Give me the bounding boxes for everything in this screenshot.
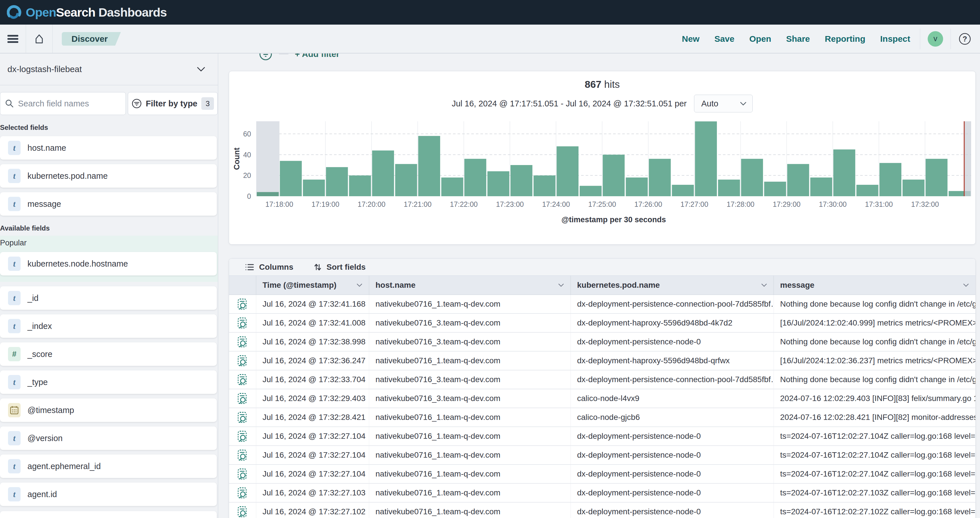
expand-row-button[interactable] bbox=[229, 465, 256, 483]
column-title: message bbox=[780, 281, 815, 290]
cell-time: Jul 16, 2024 @ 17:32:27.104 bbox=[256, 446, 369, 464]
expand-row-button[interactable] bbox=[229, 427, 256, 445]
expand-row-button[interactable] bbox=[229, 295, 256, 313]
documents-table: Time (@timestamp)host.namekubernetes.pod… bbox=[229, 276, 975, 518]
tab-discover[interactable]: Discover bbox=[62, 32, 121, 46]
field-name: agent.id bbox=[27, 490, 57, 499]
svg-text:17:30:00: 17:30:00 bbox=[819, 200, 846, 208]
cell-pod: calico-node-gjcb6 bbox=[571, 408, 774, 427]
cell-message: ts=2024-07-16T12:02:27.104Z caller=log.g… bbox=[774, 427, 975, 445]
expand-document-icon[interactable] bbox=[237, 298, 248, 310]
histogram[interactable]: 0204060Count17:18:0017:19:0017:20:0017:2… bbox=[232, 118, 972, 232]
table-row: Jul 16, 2024 @ 17:32:33.704nativekube071… bbox=[229, 370, 975, 389]
field-item-message[interactable]: tmessage bbox=[0, 192, 217, 216]
home-icon[interactable] bbox=[32, 32, 46, 46]
nav-inspect[interactable]: Inspect bbox=[880, 34, 910, 44]
cell-host: nativekube0716_3.team-q-dev.com bbox=[369, 389, 571, 408]
filter-by-type-button[interactable]: Filter by type 3 bbox=[128, 92, 218, 115]
nav-open[interactable]: Open bbox=[749, 34, 771, 44]
expand-row-button[interactable] bbox=[229, 408, 256, 427]
field-name: host.name bbox=[27, 143, 66, 153]
cell-time: Jul 16, 2024 @ 17:32:27.104 bbox=[256, 427, 369, 445]
selected-fields-list: thost.nametkubernetes.pod.nametmessage bbox=[0, 136, 218, 216]
field-card-clipped[interactable] bbox=[0, 511, 217, 518]
nav-save[interactable]: Save bbox=[714, 34, 734, 44]
top-nav: NewSaveOpenShareReportingInspect bbox=[682, 34, 920, 44]
app-title: OpenSearch Dashboards bbox=[26, 5, 167, 19]
cell-time: Jul 16, 2024 @ 17:32:27.102 bbox=[256, 502, 369, 518]
cell-message: Nothing done because log config didn't c… bbox=[774, 295, 975, 313]
interval-select[interactable]: Auto bbox=[694, 95, 752, 112]
expand-document-icon[interactable] bbox=[237, 430, 248, 442]
table-row: Jul 16, 2024 @ 17:32:27.104nativekube071… bbox=[229, 465, 975, 484]
string-field-icon: t bbox=[8, 375, 21, 389]
chevron-down-icon[interactable] bbox=[356, 283, 363, 287]
expand-document-icon[interactable] bbox=[237, 373, 248, 386]
time-range-label: Jul 16, 2024 @ 17:17:51.051 - Jul 16, 20… bbox=[452, 99, 687, 108]
expand-document-icon[interactable] bbox=[237, 336, 248, 348]
svg-text:17:18:00: 17:18:00 bbox=[266, 200, 293, 208]
field-item-kubernetes.node.hostname[interactable]: tkubernetes.node.hostname bbox=[0, 252, 217, 276]
chevron-down-icon[interactable] bbox=[761, 283, 767, 287]
expand-row-button[interactable] bbox=[229, 484, 256, 502]
nav-share[interactable]: Share bbox=[786, 34, 810, 44]
column-title: Time (@timestamp) bbox=[262, 281, 337, 290]
popular-section: Popular tkubernetes.node.hostname bbox=[0, 236, 218, 282]
expand-row-button[interactable] bbox=[229, 370, 256, 389]
cell-message: ts=2024-07-16T12:02:27.103Z caller=log.g… bbox=[774, 484, 975, 502]
avatar[interactable]: v bbox=[928, 31, 943, 46]
table-header-host.name[interactable]: host.name bbox=[369, 276, 571, 295]
expand-document-icon[interactable] bbox=[237, 449, 248, 461]
expand-row-button[interactable] bbox=[229, 389, 256, 408]
field-item-kubernetes.pod.name[interactable]: tkubernetes.pod.name bbox=[0, 164, 217, 188]
expand-document-icon[interactable] bbox=[237, 506, 248, 518]
sort-fields-button[interactable]: Sort fields bbox=[313, 262, 366, 272]
expand-document-icon[interactable] bbox=[237, 411, 248, 423]
field-item-agent.id[interactable]: tagent.id bbox=[0, 483, 217, 506]
expand-row-button[interactable] bbox=[229, 446, 256, 464]
help-icon[interactable]: ? bbox=[958, 32, 971, 45]
expand-document-icon[interactable] bbox=[237, 487, 248, 499]
field-item-_score[interactable]: #_score bbox=[0, 343, 217, 366]
available-fields-list: t_idt_index#_scoret_type@timestampt@vers… bbox=[0, 286, 218, 506]
expand-row-button[interactable] bbox=[229, 502, 256, 518]
expand-row-button[interactable] bbox=[229, 333, 256, 351]
expand-row-button[interactable] bbox=[229, 314, 256, 332]
nav-new[interactable]: New bbox=[682, 34, 700, 44]
menu-icon[interactable] bbox=[6, 33, 19, 45]
chevron-down-icon[interactable] bbox=[558, 283, 564, 287]
field-item-agent.ephemeral_id[interactable]: tagent.ephemeral_id bbox=[0, 454, 217, 478]
field-item-@timestamp[interactable]: @timestamp bbox=[0, 398, 217, 422]
field-name: kubernetes.pod.name bbox=[27, 171, 108, 181]
expand-document-icon[interactable] bbox=[237, 355, 248, 367]
nav-reporting[interactable]: Reporting bbox=[825, 34, 865, 44]
expand-document-icon[interactable] bbox=[237, 317, 248, 329]
table-row: Jul 16, 2024 @ 17:32:36.247nativekube071… bbox=[229, 352, 975, 370]
field-item-_type[interactable]: t_type bbox=[0, 370, 217, 394]
table-header-kubernetes.pod.name[interactable]: kubernetes.pod.name bbox=[571, 276, 774, 295]
fields-sidebar: dx-logstash-filebeat Filter by type 3 Se… bbox=[0, 54, 218, 518]
columns-button[interactable]: Columns bbox=[245, 263, 293, 272]
cell-message: ts=2024-07-16T12:02:27.102Z caller=log.g… bbox=[774, 502, 975, 518]
string-field-icon: t bbox=[8, 487, 21, 501]
top-toolbar: Discover NewSaveOpenShareReportingInspec… bbox=[0, 25, 980, 54]
chevron-down-icon[interactable] bbox=[963, 283, 969, 287]
cell-host: nativekube0716_1.team-q-dev.com bbox=[369, 427, 571, 445]
field-item-host.name[interactable]: thost.name bbox=[0, 136, 217, 159]
expand-row-button[interactable] bbox=[229, 352, 256, 370]
field-item-_index[interactable]: t_index bbox=[0, 314, 217, 338]
expand-document-icon[interactable] bbox=[237, 468, 248, 480]
expand-document-icon[interactable] bbox=[237, 392, 248, 405]
field-item-_id[interactable]: t_id bbox=[0, 286, 217, 310]
filter-count-badge: 3 bbox=[201, 97, 214, 110]
cell-time: Jul 16, 2024 @ 17:32:27.103 bbox=[256, 484, 369, 502]
column-title: host.name bbox=[375, 281, 415, 290]
field-item-@version[interactable]: t@version bbox=[0, 427, 217, 450]
index-pattern-select[interactable]: dx-logstash-filebeat bbox=[0, 54, 218, 85]
table-header-message[interactable]: message bbox=[774, 276, 975, 295]
table-header-Time (@timestamp)[interactable]: Time (@timestamp) bbox=[256, 276, 369, 295]
search-input[interactable] bbox=[18, 99, 112, 108]
svg-text:17:22:00: 17:22:00 bbox=[450, 200, 477, 208]
table-row: Jul 16, 2024 @ 17:32:41.008nativekube071… bbox=[229, 314, 975, 333]
svg-text:0: 0 bbox=[247, 192, 251, 200]
